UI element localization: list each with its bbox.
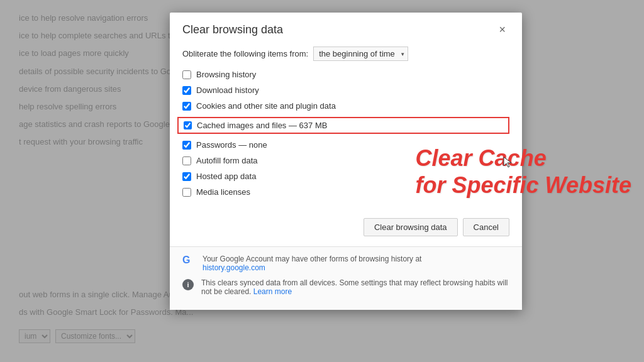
time-select-wrapper[interactable]: the beginning of time bbox=[313, 47, 408, 61]
info-icon: i bbox=[182, 279, 194, 290]
cookies-label: Cookies and other site and plugin data bbox=[196, 101, 336, 111]
obliterate-label: Obliterate the following items from: bbox=[182, 49, 308, 58]
cookies-checkbox[interactable] bbox=[182, 102, 191, 111]
autofill-checkbox[interactable] bbox=[182, 156, 191, 165]
download-history-label: Download history bbox=[196, 85, 259, 95]
clear-browsing-data-button[interactable]: Clear browsing data bbox=[364, 218, 458, 236]
browsing-history-label: Browsing history bbox=[196, 70, 256, 79]
annotation-overlay: Clear Cache for Specific Website bbox=[416, 145, 631, 199]
history-google-link[interactable]: history.google.com bbox=[203, 263, 265, 272]
cached-images-label: Cached images and files — 637 MB bbox=[197, 121, 327, 130]
hosted-app-checkbox[interactable] bbox=[182, 172, 191, 181]
download-history-checkbox[interactable] bbox=[182, 86, 191, 95]
google-account-info: G Your Google Account may have other for… bbox=[182, 255, 509, 272]
checkbox-download-history: Download history bbox=[182, 85, 509, 95]
sync-info-text: This clears synced data from all devices… bbox=[201, 278, 509, 296]
dialog-actions: Clear browsing data Cancel bbox=[170, 213, 522, 246]
close-button[interactable]: × bbox=[495, 23, 509, 36]
dialog-info-section: G Your Google Account may have other for… bbox=[170, 246, 522, 310]
checkbox-browsing-history: Browsing history bbox=[182, 70, 509, 79]
google-g-icon: G bbox=[182, 255, 195, 268]
learn-more-link[interactable]: Learn more bbox=[253, 287, 292, 296]
dialog-title: Clear browsing data bbox=[182, 23, 283, 36]
cancel-button[interactable]: Cancel bbox=[463, 218, 509, 236]
media-label: Media licenses bbox=[196, 187, 250, 197]
passwords-checkbox[interactable] bbox=[182, 141, 191, 150]
annotation-line1: Clear Cache bbox=[416, 145, 631, 172]
passwords-label: Passwords — none bbox=[196, 140, 267, 150]
hosted-app-label: Hosted app data bbox=[196, 172, 256, 181]
obliterate-row: Obliterate the following items from: the… bbox=[182, 47, 509, 61]
autofill-label: Autofill form data bbox=[196, 156, 258, 165]
time-range-select[interactable]: the beginning of time bbox=[313, 47, 408, 61]
cached-images-checkbox[interactable] bbox=[184, 121, 192, 129]
google-account-text: Your Google Account may have other forms… bbox=[203, 255, 421, 272]
checkbox-cached-images-highlighted: Cached images and files — 637 MB bbox=[177, 117, 509, 134]
browsing-history-checkbox[interactable] bbox=[182, 70, 191, 79]
media-checkbox[interactable] bbox=[182, 188, 191, 197]
checkbox-cookies: Cookies and other site and plugin data bbox=[182, 101, 509, 111]
sync-info: i This clears synced data from all devic… bbox=[182, 278, 509, 296]
annotation-line2: for Specific Website bbox=[416, 172, 631, 199]
dialog-header: Clear browsing data × bbox=[170, 13, 522, 41]
